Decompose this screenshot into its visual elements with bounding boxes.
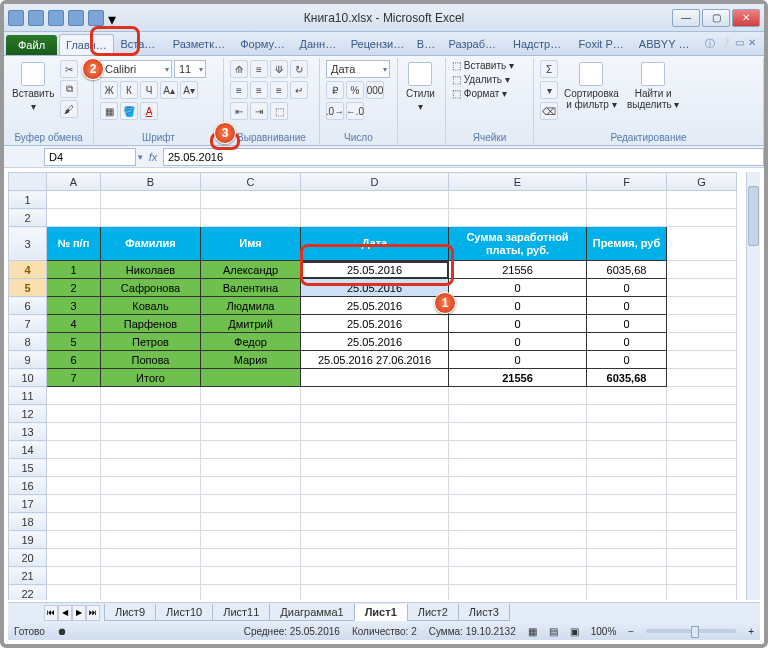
cell-F13[interactable]: [587, 423, 667, 441]
cell-F21[interactable]: [587, 567, 667, 585]
row-header-17[interactable]: 17: [9, 495, 47, 513]
cell-G1[interactable]: [667, 191, 737, 209]
zoom-level[interactable]: 100%: [591, 626, 617, 637]
cell-E15[interactable]: [449, 459, 587, 477]
cell-B11[interactable]: [101, 387, 201, 405]
format-cells-button[interactable]: ⬚ Формат ▾: [452, 88, 507, 99]
sheet-tab-Лист1[interactable]: Лист1: [354, 604, 408, 621]
cell-B15[interactable]: [101, 459, 201, 477]
row-header-11[interactable]: 11: [9, 387, 47, 405]
cell-C9[interactable]: Мария: [201, 351, 301, 369]
cell-D17[interactable]: [301, 495, 449, 513]
insert-cells-button[interactable]: ⬚ Вставить ▾: [452, 60, 514, 71]
cell-C5[interactable]: Валентина: [201, 279, 301, 297]
cell-F11[interactable]: [587, 387, 667, 405]
row-header-6[interactable]: 6: [9, 297, 47, 315]
cell-E4[interactable]: 21556: [449, 261, 587, 279]
cell-G15[interactable]: [667, 459, 737, 477]
cell-A4[interactable]: 1: [47, 261, 101, 279]
cell-D7[interactable]: 25.05.2016: [301, 315, 449, 333]
increase-indent-icon[interactable]: ⇥: [250, 102, 268, 120]
excel-icon[interactable]: [8, 10, 24, 26]
cell-G20[interactable]: [667, 549, 737, 567]
cell-E6[interactable]: 0: [449, 297, 587, 315]
align-center-icon[interactable]: ≡: [250, 81, 268, 99]
cell-E20[interactable]: [449, 549, 587, 567]
cell-D15[interactable]: [301, 459, 449, 477]
cell-C11[interactable]: [201, 387, 301, 405]
cell-C10[interactable]: [201, 369, 301, 387]
cell-A11[interactable]: [47, 387, 101, 405]
cell-F19[interactable]: [587, 531, 667, 549]
cell-D20[interactable]: [301, 549, 449, 567]
cell-C14[interactable]: [201, 441, 301, 459]
cell-G4[interactable]: [667, 261, 737, 279]
cut-icon[interactable]: ✂: [60, 60, 78, 78]
cell-B2[interactable]: [101, 209, 201, 227]
ribbon-tab-2[interactable]: Разметка с: [167, 34, 234, 55]
cell-B19[interactable]: [101, 531, 201, 549]
cell-G3[interactable]: [667, 227, 737, 261]
cell-C17[interactable]: [201, 495, 301, 513]
cell-A18[interactable]: [47, 513, 101, 531]
cell-B12[interactable]: [101, 405, 201, 423]
cell-G21[interactable]: [667, 567, 737, 585]
cell-D16[interactable]: [301, 477, 449, 495]
cell-G19[interactable]: [667, 531, 737, 549]
cell-B18[interactable]: [101, 513, 201, 531]
cell-F3[interactable]: Премия, руб: [587, 227, 667, 261]
font-name-combo[interactable]: Calibri: [100, 60, 172, 78]
row-header-20[interactable]: 20: [9, 549, 47, 567]
cell-A19[interactable]: [47, 531, 101, 549]
decrease-decimal-icon[interactable]: ←.0: [346, 102, 364, 120]
cell-A21[interactable]: [47, 567, 101, 585]
sheet-tab-Лист11[interactable]: Лист11: [212, 604, 270, 621]
grow-font-icon[interactable]: A▴: [160, 81, 178, 99]
cell-F20[interactable]: [587, 549, 667, 567]
cell-E19[interactable]: [449, 531, 587, 549]
col-header-G[interactable]: G: [667, 173, 737, 191]
cell-C4[interactable]: Александр: [201, 261, 301, 279]
cell-D9[interactable]: 25.05.2016 27.06.2016: [301, 351, 449, 369]
row-header-15[interactable]: 15: [9, 459, 47, 477]
cell-B9[interactable]: Попова: [101, 351, 201, 369]
row-header-5[interactable]: 5: [9, 279, 47, 297]
ribbon-tab-5[interactable]: Рецензиро: [345, 34, 411, 55]
styles-button[interactable]: Стили▾: [404, 60, 437, 114]
cell-D5[interactable]: 25.05.2016: [301, 279, 449, 297]
cell-D11[interactable]: [301, 387, 449, 405]
ribbon-tab-9[interactable]: Foxit PDF: [573, 34, 633, 55]
col-header-C[interactable]: C: [201, 173, 301, 191]
cell-A22[interactable]: [47, 585, 101, 601]
ribbon-minimize-icon[interactable]: ⓘ: [705, 37, 715, 51]
cell-G13[interactable]: [667, 423, 737, 441]
sheet-tab-Лист10[interactable]: Лист10: [155, 604, 213, 621]
row-header-9[interactable]: 9: [9, 351, 47, 369]
cell-G12[interactable]: [667, 405, 737, 423]
qat-dropdown-icon[interactable]: ▾: [108, 10, 116, 26]
cell-C19[interactable]: [201, 531, 301, 549]
cell-D6[interactable]: 25.05.2016: [301, 297, 449, 315]
cell-F16[interactable]: [587, 477, 667, 495]
cell-F22[interactable]: [587, 585, 667, 601]
cell-B13[interactable]: [101, 423, 201, 441]
cell-D1[interactable]: [301, 191, 449, 209]
cell-F6[interactable]: 0: [587, 297, 667, 315]
fill-color-icon[interactable]: 🪣: [120, 102, 138, 120]
cell-D21[interactable]: [301, 567, 449, 585]
cell-F12[interactable]: [587, 405, 667, 423]
cell-F2[interactable]: [587, 209, 667, 227]
align-middle-icon[interactable]: ≡: [250, 60, 268, 78]
cell-B14[interactable]: [101, 441, 201, 459]
ribbon-tab-4[interactable]: Данные: [293, 34, 344, 55]
vertical-scrollbar[interactable]: [746, 172, 760, 600]
merge-icon[interactable]: ⬚: [270, 102, 288, 120]
row-header-22[interactable]: 22: [9, 585, 47, 601]
row-header-13[interactable]: 13: [9, 423, 47, 441]
cell-E2[interactable]: [449, 209, 587, 227]
view-pagelayout-icon[interactable]: ▤: [549, 626, 558, 637]
cell-F18[interactable]: [587, 513, 667, 531]
row-header-2[interactable]: 2: [9, 209, 47, 227]
row-header-7[interactable]: 7: [9, 315, 47, 333]
cell-F8[interactable]: 0: [587, 333, 667, 351]
